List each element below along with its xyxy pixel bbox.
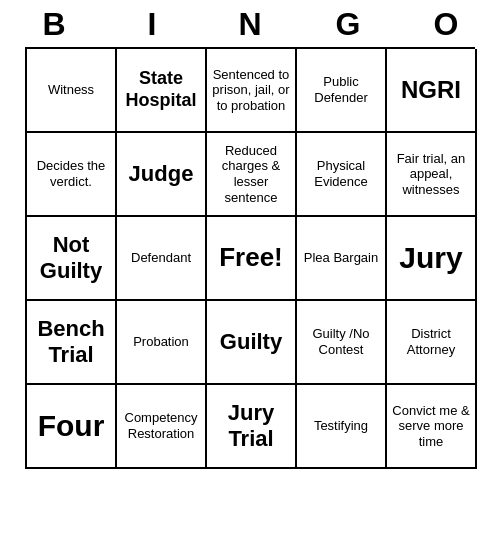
cell-r2-c2: Free!	[207, 217, 297, 301]
cell-r0-c4: NGRI	[387, 49, 477, 133]
cell-r0-c0: Witness	[27, 49, 117, 133]
cell-r4-c1: Competency Restoration	[117, 385, 207, 469]
cell-r2-c1: Defendant	[117, 217, 207, 301]
letter-n: N	[205, 6, 295, 43]
bingo-grid: WitnessState HospitalSentenced to prison…	[25, 47, 475, 469]
cell-r1-c1: Judge	[117, 133, 207, 217]
letter-i: I	[107, 6, 197, 43]
bingo-header: B I N G O	[5, 0, 495, 47]
cell-r1-c2: Reduced charges & lesser sentence	[207, 133, 297, 217]
cell-r0-c1: State Hospital	[117, 49, 207, 133]
cell-r0-c2: Sentenced to prison, jail, or to probati…	[207, 49, 297, 133]
cell-r1-c4: Fair trial, an appeal, witnesses	[387, 133, 477, 217]
letter-b: B	[9, 6, 99, 43]
cell-r4-c3: Testifying	[297, 385, 387, 469]
letter-g: G	[303, 6, 393, 43]
cell-r2-c0: Not Guilty	[27, 217, 117, 301]
letter-o: O	[401, 6, 491, 43]
cell-r3-c3: Guilty /No Contest	[297, 301, 387, 385]
cell-r3-c0: Bench Trial	[27, 301, 117, 385]
cell-r2-c3: Plea Bargain	[297, 217, 387, 301]
cell-r1-c0: Decides the verdict.	[27, 133, 117, 217]
cell-r4-c2: Jury Trial	[207, 385, 297, 469]
cell-r4-c4: Convict me & serve more time	[387, 385, 477, 469]
cell-r1-c3: Physical Evidence	[297, 133, 387, 217]
cell-r0-c3: Public Defender	[297, 49, 387, 133]
cell-r4-c0: Four	[27, 385, 117, 469]
cell-r3-c4: District Attorney	[387, 301, 477, 385]
cell-r3-c1: Probation	[117, 301, 207, 385]
cell-r3-c2: Guilty	[207, 301, 297, 385]
cell-r2-c4: Jury	[387, 217, 477, 301]
